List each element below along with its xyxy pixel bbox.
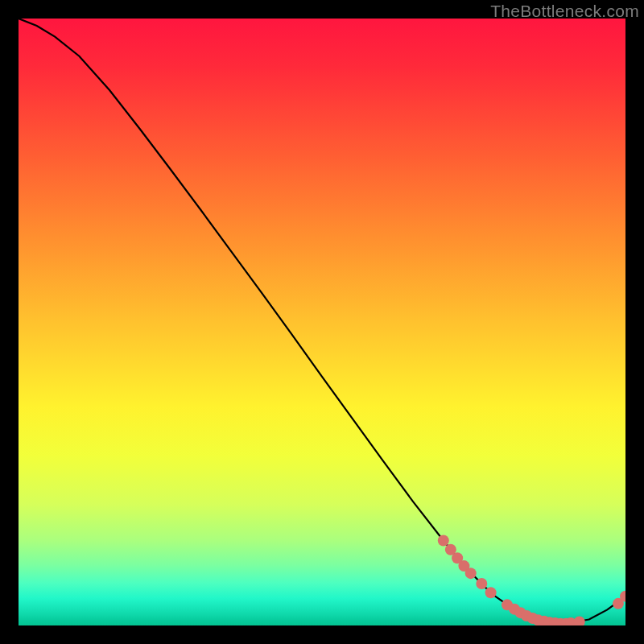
curve-layer — [19, 19, 625, 625]
data-marker — [476, 578, 487, 589]
data-marker — [465, 568, 477, 579]
main-curve — [19, 19, 625, 624]
chart-stage: TheBottleneck.com — [0, 0, 644, 644]
data-marker — [438, 535, 449, 546]
data-marker — [574, 616, 585, 625]
plot-area — [19, 19, 625, 625]
data-marker — [485, 587, 497, 598]
marker-group — [438, 535, 625, 625]
